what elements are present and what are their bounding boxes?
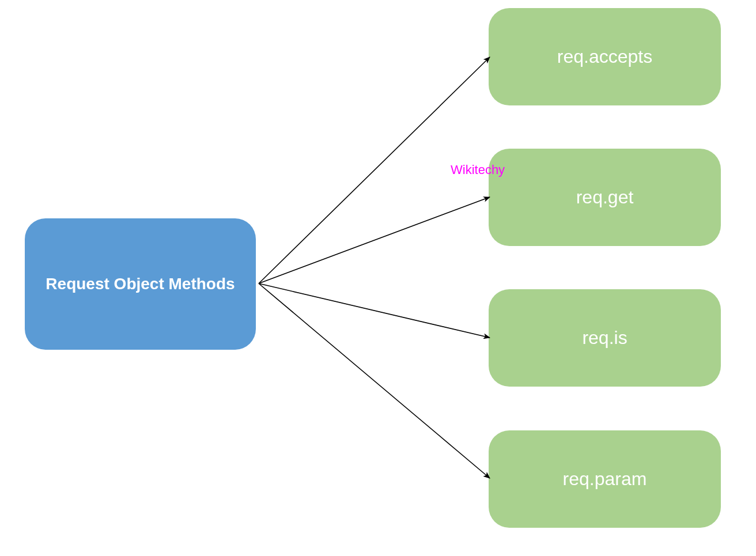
method-label: req.get [576, 187, 634, 208]
watermark-text: Wikitechy [451, 162, 505, 177]
svg-line-3 [259, 283, 490, 478]
method-label: req.is [582, 327, 627, 349]
method-label: req.accepts [557, 46, 652, 67]
method-box-is: req.is [489, 289, 721, 387]
source-box: Request Object Methods [25, 218, 256, 350]
method-box-accepts: req.accepts [489, 8, 721, 105]
method-label: req.param [563, 468, 647, 490]
svg-line-1 [259, 197, 490, 283]
source-label: Request Object Methods [46, 275, 235, 293]
method-box-get: req.get [489, 149, 721, 246]
svg-line-2 [259, 283, 490, 338]
method-box-param: req.param [489, 430, 721, 528]
